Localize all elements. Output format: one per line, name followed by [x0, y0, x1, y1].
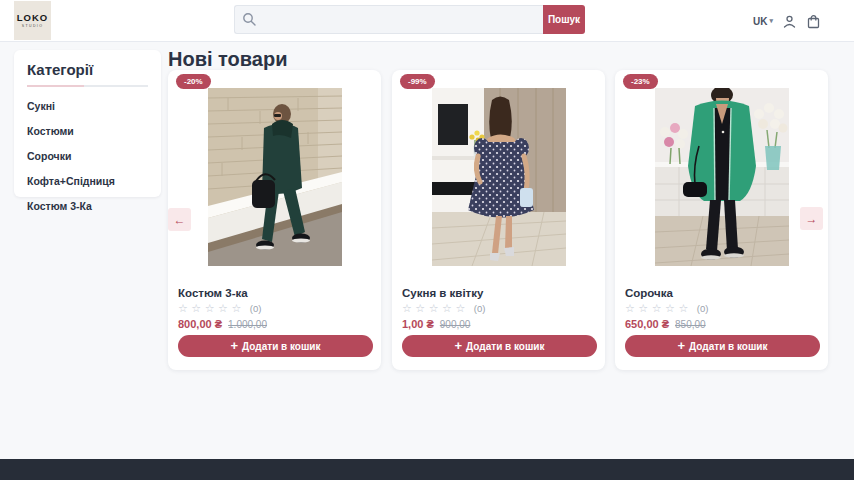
sidebar-divider — [27, 85, 148, 87]
current-price: 1,00 ₴ — [402, 318, 434, 330]
product-title[interactable]: Костюм 3-ка — [178, 287, 248, 299]
sidebar-item-kofta-spidnytsia[interactable]: Кофта+Спідниця — [27, 175, 148, 187]
carousel-prev-button[interactable]: ← — [168, 208, 191, 231]
category-sidebar: Категорії Сукні Костюми Сорочки Кофта+Сп… — [14, 50, 161, 197]
price-row: 650,00 ₴ 850,00 — [625, 318, 706, 330]
sidebar-title: Категорії — [27, 61, 148, 78]
sidebar-item-kostiumy[interactable]: Костюми — [27, 125, 148, 137]
page-title: Нові товари — [168, 48, 287, 71]
header: LOKO STUDIO Пошук UK ▾ — [0, 0, 854, 42]
product-card: -23% — [615, 70, 828, 370]
account-icon[interactable] — [782, 14, 797, 29]
product-image[interactable] — [655, 88, 789, 266]
plus-icon: + — [455, 341, 463, 351]
header-actions: UK ▾ — [753, 0, 821, 42]
main-content: Категорії Сукні Костюми Сорочки Кофта+Сп… — [0, 42, 854, 459]
product-photo-dress-interior — [432, 88, 566, 266]
product-card: -20% — [168, 70, 381, 370]
old-price: 900,00 — [440, 319, 471, 330]
product-image[interactable] — [208, 88, 342, 266]
sidebar-item-sukni[interactable]: Сукні — [27, 100, 148, 112]
cart-icon[interactable] — [806, 14, 821, 29]
add-to-cart-button[interactable]: + Додати в кошик — [402, 335, 597, 357]
price-row: 1,00 ₴ 900,00 — [402, 318, 470, 330]
discount-badge: -23% — [623, 74, 658, 89]
product-title[interactable]: Сукня в квітку — [402, 287, 483, 299]
footer — [0, 459, 854, 480]
discount-badge: -20% — [176, 74, 211, 89]
current-price: 650,00 ₴ — [625, 318, 669, 330]
rating-count: (0) — [250, 303, 262, 314]
add-to-cart-label: Додати в кошик — [689, 341, 767, 352]
carousel-next-button[interactable]: → — [800, 207, 823, 230]
rating-count: (0) — [474, 303, 486, 314]
arrow-left-icon: ← — [174, 213, 186, 227]
plus-icon: + — [678, 341, 686, 351]
add-to-cart-label: Додати в кошик — [466, 341, 544, 352]
old-price: 1.000,00 — [228, 319, 267, 330]
logo[interactable]: LOKO STUDIO — [14, 1, 51, 40]
chevron-down-icon: ▾ — [769, 17, 773, 25]
language-selector[interactable]: UK ▾ — [753, 16, 773, 27]
price-row: 800,00 ₴ 1.000,00 — [178, 318, 267, 330]
rating: ☆☆☆☆☆ (0) — [402, 302, 485, 315]
product-title[interactable]: Сорочка — [625, 287, 673, 299]
search-bar: Пошук — [234, 5, 585, 34]
arrow-right-icon: → — [806, 212, 818, 226]
rating-count: (0) — [697, 303, 709, 314]
product-card: -99% — [392, 70, 605, 370]
product-photo-green-shirt — [655, 88, 789, 266]
language-label: UK — [753, 16, 767, 27]
star-icons: ☆☆☆☆☆ — [402, 302, 469, 315]
rating: ☆☆☆☆☆ (0) — [178, 302, 261, 315]
product-image[interactable] — [432, 88, 566, 266]
discount-badge: -99% — [400, 74, 435, 89]
add-to-cart-label: Додати в кошик — [242, 341, 320, 352]
old-price: 850,00 — [675, 319, 706, 330]
search-button[interactable]: Пошук — [543, 5, 585, 34]
search-input[interactable] — [234, 5, 543, 34]
sidebar-item-kostium-3ka[interactable]: Костюм 3-Ка — [27, 200, 148, 212]
current-price: 800,00 ₴ — [178, 318, 222, 330]
star-icons: ☆☆☆☆☆ — [178, 302, 245, 315]
rating: ☆☆☆☆☆ (0) — [625, 302, 708, 315]
star-icons: ☆☆☆☆☆ — [625, 302, 692, 315]
logo-title: LOKO — [17, 13, 48, 23]
add-to-cart-button[interactable]: + Додати в кошик — [178, 335, 373, 357]
sidebar-item-sorochky[interactable]: Сорочки — [27, 150, 148, 162]
logo-subtitle: STUDIO — [22, 24, 44, 28]
product-photo-suit-street — [208, 88, 342, 266]
plus-icon: + — [231, 341, 239, 351]
add-to-cart-button[interactable]: + Додати в кошик — [625, 335, 820, 357]
